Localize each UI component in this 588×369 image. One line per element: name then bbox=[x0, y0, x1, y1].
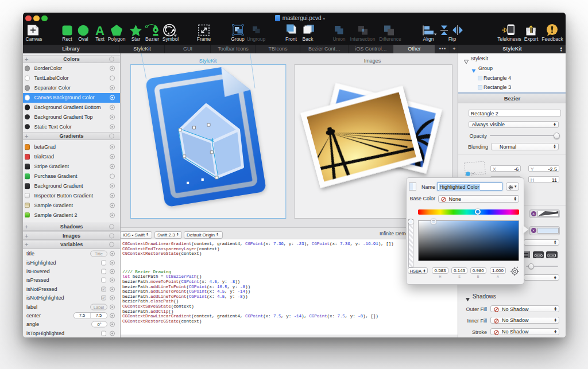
svg-text:StyleKit: StyleKit bbox=[199, 58, 217, 64]
svg-text:Images: Images bbox=[364, 58, 381, 64]
